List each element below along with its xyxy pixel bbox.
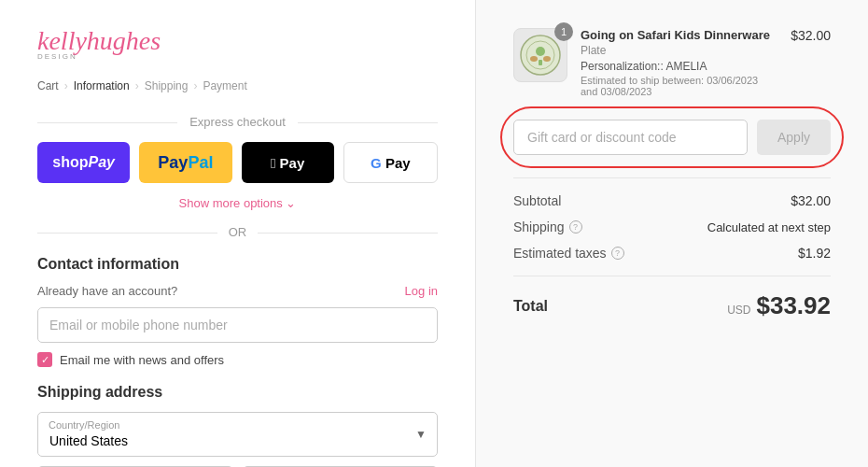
product-thumbnail [519,34,562,77]
breadcrumb-shipping: Shipping [145,79,189,92]
svg-rect-5 [539,60,542,65]
apple-pay-button[interactable]:  Pay [242,142,334,183]
email-checkbox-row: Email me with news and offers [37,352,438,367]
shipping-line: Shipping ? Calculated at next step [513,219,831,234]
total-line: Total USD $33.92 [513,276,831,320]
taxes-value: $1.92 [798,246,831,261]
breadcrumb-cart[interactable]: Cart [37,79,59,92]
product-ship-info: Estimated to ship between: 03/06/2023 an… [581,75,777,97]
country-label: Country/Region [37,412,131,431]
apply-button[interactable]: Apply [757,120,831,155]
discount-input[interactable] [513,120,748,155]
breadcrumb-sep-3: › [193,79,197,92]
breadcrumb-sep-1: › [64,79,68,92]
svg-point-4 [543,56,551,62]
subtotal-label: Subtotal [513,193,561,208]
log-in-link[interactable]: Log in [405,284,438,298]
right-panel: 1 Going on Safari Kids Dinnerware Plate … [476,0,868,467]
product-row: 1 Going on Safari Kids Dinnerware Plate … [513,28,831,97]
shipping-value: Calculated at next step [707,220,831,234]
summary-rows: Subtotal $32.00 Shipping ? Calculated at… [513,177,831,261]
google-pay-button[interactable]: G Pay [343,142,438,183]
email-checkbox[interactable] [37,352,52,367]
left-panel: kellyhughes DESIGN Cart › Information › … [0,0,476,467]
breadcrumb: Cart › Information › Shipping › Payment [37,79,438,92]
product-info: Going on Safari Kids Dinnerware Plate Pe… [581,28,777,97]
svg-point-3 [530,56,538,62]
shop-pay-button[interactable]: shopPay [37,142,130,183]
discount-row: Apply [513,120,831,155]
email-input[interactable] [37,307,438,343]
product-personalization: Personalization:: AMELIA [581,60,777,73]
apple-pay-label:  Pay [271,155,304,171]
subtotal-value: $32.00 [791,193,831,208]
contact-section-title: Contact information [37,256,438,273]
logo: kellyhughes DESIGN [37,28,438,61]
account-row: Already have an account? Log in [37,284,438,298]
or-divider: OR [37,225,438,239]
total-value-wrap: USD $33.92 [727,291,831,320]
shop-pay-label: shopPay [52,154,115,171]
svg-point-2 [536,47,545,56]
subtotal-line: Subtotal $32.00 [513,193,831,208]
total-currency: USD [727,304,750,317]
google-pay-label: G Pay [371,155,411,171]
shipping-section-title: Shipping address [37,384,438,401]
country-select-wrapper: Country/Region United States ▼ [37,412,438,457]
product-name: Going on Safari Kids Dinnerware [581,28,777,42]
already-account-text: Already have an account? [37,284,177,298]
product-badge: 1 [554,22,573,41]
taxes-line: Estimated taxes ? $1.92 [513,246,831,261]
paypal-label: PayPal [158,153,213,173]
product-image-wrap: 1 [513,28,567,82]
paypal-button[interactable]: PayPal [139,142,231,183]
logo-text: kellyhughes [37,28,438,54]
product-price: $32.00 [791,28,831,43]
taxes-info-icon: ? [611,247,624,260]
total-label: Total [513,298,548,315]
email-checkbox-label: Email me with news and offers [60,353,224,367]
taxes-label: Estimated taxes ? [513,246,624,261]
payment-buttons: shopPay PayPal  Pay G Pay [37,142,438,183]
total-amount: $33.92 [756,291,831,320]
shipping-info-icon: ? [569,220,582,234]
breadcrumb-sep-2: › [135,79,139,92]
shipping-label: Shipping ? [513,219,582,234]
product-type: Plate [581,44,777,57]
express-checkout-title: Express checkout [37,115,438,129]
breadcrumb-information: Information [74,79,130,92]
show-more-options[interactable]: Show more options ⌄ [37,196,438,210]
breadcrumb-payment: Payment [203,79,246,92]
